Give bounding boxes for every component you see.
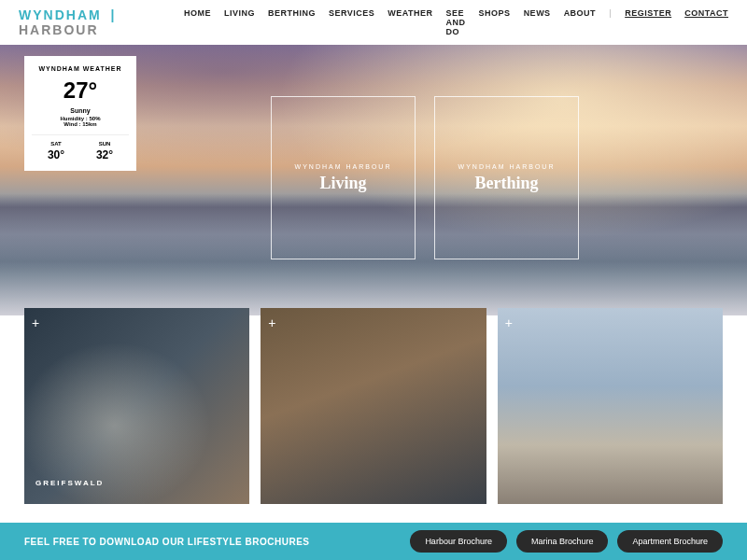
plus-icon: +	[268, 315, 275, 330]
marina-brochure-button[interactable]: Marina Brochure	[516, 530, 609, 553]
nav-berthing[interactable]: BERTHING	[268, 8, 316, 36]
weather-temp: 27°	[32, 77, 129, 104]
tile-cafe[interactable]: +	[261, 308, 486, 504]
tile-beach[interactable]: +	[498, 308, 723, 504]
feature-subtitle: WYNDHAM HARBOUR	[458, 163, 556, 170]
forecast-day-temp: 30°	[48, 148, 64, 161]
hero-image: WYNDHAM WEATHER 27° Sunny Humidity : 50%…	[0, 45, 747, 315]
tile-sailing[interactable]: + GREIFSWALD	[24, 308, 249, 504]
feature-title: Living	[319, 174, 366, 193]
weather-title: WYNDHAM WEATHER	[32, 65, 129, 72]
logo-divider: |	[111, 7, 117, 22]
image-tiles: + GREIFSWALD + +	[0, 308, 747, 504]
nav-contact[interactable]: CONTACT	[684, 8, 728, 36]
nav-about[interactable]: ABOUT	[564, 8, 597, 36]
feature-title: Berthing	[474, 174, 538, 193]
weather-wind: Wind : 15km	[32, 121, 129, 127]
forecast-sat: SAT 30°	[48, 141, 64, 161]
logo-first: WYNDHAM	[19, 7, 102, 22]
weather-condition: Sunny	[32, 107, 129, 114]
logo[interactable]: WYNDHAM | HARBOUR	[19, 7, 184, 37]
nav-services[interactable]: SERVICES	[329, 8, 374, 36]
forecast-day-label: SAT	[48, 141, 64, 147]
footer-bar: FEEL FREE TO DOWNLOAD OUR LIFESTYLE BROC…	[0, 523, 747, 560]
nav-news[interactable]: NEWS	[524, 8, 551, 36]
footer-buttons: Harbour Brochure Marina Brochure Apartme…	[410, 530, 723, 553]
forecast-day-label: SUN	[96, 141, 113, 147]
harbour-brochure-button[interactable]: Harbour Brochure	[410, 530, 507, 553]
tile-caption: GREIFSWALD	[35, 479, 104, 487]
feature-living[interactable]: WYNDHAM HARBOUR Living	[271, 96, 416, 259]
feature-boxes: WYNDHAM HARBOUR Living WYNDHAM HARBOUR B…	[271, 96, 579, 259]
nav-register[interactable]: REGISTER	[625, 8, 671, 36]
plus-icon: +	[505, 315, 513, 330]
nav-separator: |	[609, 8, 612, 36]
main-nav: HOME LIVING BERTHING SERVICES WEATHER SE…	[184, 8, 728, 36]
nav-home[interactable]: HOME	[184, 8, 211, 36]
feature-subtitle: WYNDHAM HARBOUR	[295, 163, 392, 170]
forecast-day-temp: 32°	[96, 148, 113, 161]
weather-widget: WYNDHAM WEATHER 27° Sunny Humidity : 50%…	[24, 56, 136, 171]
nav-see-and-do[interactable]: SEE AND DO	[446, 8, 466, 36]
forecast-sun: SUN 32°	[96, 141, 113, 161]
apartment-brochure-button[interactable]: Apartment Brochure	[617, 530, 723, 553]
logo-second: HARBOUR	[19, 22, 99, 37]
weather-forecast: SAT 30° SUN 32°	[32, 134, 129, 161]
footer-text: FEEL FREE TO DOWNLOAD OUR LIFESTYLE BROC…	[24, 537, 309, 547]
plus-icon: +	[32, 315, 39, 330]
header: WYNDHAM | HARBOUR HOME LIVING BERTHING S…	[0, 0, 747, 45]
nav-living[interactable]: LIVING	[224, 8, 255, 36]
feature-berthing[interactable]: WYNDHAM HARBOUR Berthing	[434, 96, 579, 259]
nav-shops[interactable]: SHOPS	[479, 8, 511, 36]
nav-weather[interactable]: WEATHER	[388, 8, 432, 36]
